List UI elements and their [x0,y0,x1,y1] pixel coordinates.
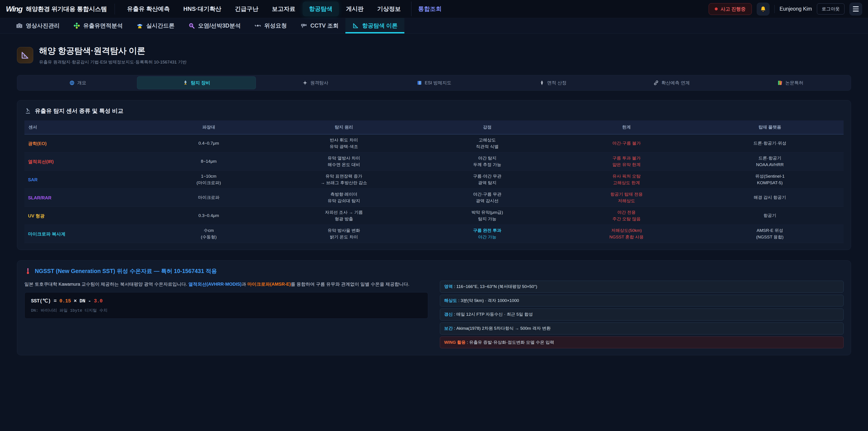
desc-text: 일본 토호쿠대학 Kawamura 교수팀이 제공하는 북서태평양 광역 수온자… [24,282,188,286]
desc-ir-highlight: 열적외선(AVHRR·MODIS) [188,282,242,286]
app-logo[interactable]: Wing 해양환경 위기대응 통합시스템 [6,4,115,14]
segment-원격탐사[interactable]: 원격탐사 [256,76,375,89]
spec-label: 보간 [444,326,453,331]
ruler-icon [352,22,359,29]
table-header-row: 센서파장대탐지 원리강점한계탑재 플랫폼 [24,120,844,134]
table-cell: 유막 열방사 차이해수면 온도 대비 [270,153,417,171]
table-cell: 드론·항공기·위성 [696,134,844,153]
sensor-name: SAR [24,171,147,189]
ngsst-left-column: 일본 토호쿠대학 Kawamura 교수팀이 제공하는 북서태평양 광역 수온자… [24,281,428,319]
segment-개요[interactable]: 개요 [18,76,137,89]
ngsst-title: NGSST (New Generation SST) 위성 수온자료 — 특허 … [24,267,844,275]
tab-label: 항공탐색 이론 [362,22,398,29]
table-cell: 수cm(수동형) [147,225,270,243]
nav-item-항공탐색[interactable]: 항공탐색 [303,2,339,16]
spec-item-갱신: 갱신 : 매일 12시 FTP 자동수신 · 최근 5일 합성 [440,308,844,320]
table-cell: 구름 투과 불가얇은 유막 한계 [557,153,696,171]
hamburger-icon [853,6,859,11]
tab-label: 위성요청 [264,22,287,29]
spec-item-영역: 영역 : 116~166°E, 13~63°N (북서태평양 50×50°) [440,281,844,293]
tab-CCTV 조회[interactable]: CCTV 조회 [293,18,345,33]
table-cell: 야간 전용주간 오탐 많음 [557,207,696,225]
notifications-button[interactable] [757,3,770,16]
nav-item-통합조회[interactable]: 통합조회 [411,2,448,16]
tab-영상사진관리[interactable]: 영상사진관리 [9,18,66,33]
triangle-ruler-icon [20,51,30,60]
table-cell: 항공기 [696,207,844,225]
table-cell: 0.3~0.4μm [147,207,270,225]
thermometer-icon [24,268,31,275]
nav-item-기상정보[interactable]: 기상정보 [371,2,407,16]
spec-value: : 매일 12시 FTP 자동수신 · 최근 5일 합성 [453,312,533,317]
table-cell: 저해상도(50km)NGSST 혼합 사용 [557,225,696,243]
column-header-강점: 강점 [418,120,557,134]
rocket-icon [183,80,188,86]
table-cell: 측방향 레이더유막 감쇠대 탐지 [270,189,417,207]
table-cell: 0.4~0.7μm [147,134,270,153]
microscope-icon [24,107,31,114]
sensor-row-광학(EO): 광학(EO)0.4~0.7μm반사 휘도 차이유막 광택·색조고해상도직관적 식… [24,134,844,153]
app-title: 해양환경 위기대응 통합시스템 [26,5,107,13]
tab-label: 실시간드론 [146,22,175,29]
table-cell: 마이크로파 [147,189,270,207]
wing-logo-icon: Wing [6,5,22,13]
bell-icon [760,6,767,12]
table-cell: 구름·야간 무관광역 탐지 [418,171,557,189]
puzzle-icon [73,22,80,29]
table-cell: 박막 유막(μm급)탐지 가능 [418,207,557,225]
segment-면적 산정[interactable]: 면적 산정 [493,76,612,89]
table-cell: AMSR-E 위성(NGSST 융합) [696,225,844,243]
segment-논문특허[interactable]: 논문특허 [731,76,850,89]
pen-icon [539,80,545,86]
nav-item-게시판[interactable]: 게시판 [340,2,370,16]
spec-value: : 3분(약 5km) · 격자 1000×1000 [457,298,519,303]
sensor-name: 마이크로파 복사계 [24,225,147,243]
sensor-name: 열적외선(IR) [24,153,147,171]
segment-label: 탐지 장비 [191,80,210,86]
tab-유출유면적분석[interactable]: 유출유면적분석 [66,18,129,33]
formula-operator: × DN - [71,298,94,304]
segment-label: 논문특허 [785,80,803,86]
tab-오염/선박3D분석[interactable]: 오염/선박3D분석 [181,18,248,33]
page-header: 해양 항공탐색·원격탐사 이론 유출유 원격탐지·항공감시 기법·ESI 방제정… [17,45,851,65]
menu-button[interactable] [849,3,862,16]
column-header-탑재 플랫폼: 탑재 플랫폼 [696,120,844,134]
tab-위성요청[interactable]: 위성요청 [248,18,293,33]
page-subtitle: 유출유 원격탐지·항공감시 기법·ESI 방제정보지도·등록특허 10-1567… [39,59,186,65]
ngsst-card: NGSST (New Generation SST) 위성 수온자료 — 특허 … [17,260,851,355]
table-cell: 위성(Sentinel-1KOMPSAT-5) [696,171,844,189]
bookmarks-icon [777,80,783,86]
table-cell: 고해상도직관적 식별 [418,134,557,153]
table-cell: 드론·항공기NOAA AVHRR [696,153,844,171]
sst-formula-block: SST(℃) = 0.15 × DN - 3.0 DN: 바이너리 파일 1by… [24,292,428,319]
sensor-name: UV 형광 [24,207,147,225]
logout-button[interactable]: 로그아웃 [817,3,844,14]
nav-item-HNS·대기확산[interactable]: HNS·대기확산 [177,2,228,16]
incident-status-badge[interactable]: 사고 진행중 [709,3,752,15]
ngsst-description: 일본 토호쿠대학 Kawamura 교수팀이 제공하는 북서태평양 광역 수온자… [24,281,428,288]
segment-ESI 방제지도[interactable]: ESI 방제지도 [375,76,493,89]
segment-탐지 장비[interactable]: 탐지 장비 [137,76,256,89]
main-nav: 유출유 확산예측HNS·대기확산긴급구난보고자료항공탐색게시판기상정보통합조회 [121,2,448,16]
sensor-row-마이크로파 복사계: 마이크로파 복사계수cm(수동형)유막 방사율 변화밝기 온도 차이구름 완전 … [24,225,844,243]
sensor-row-SLAR/RAR: SLAR/RAR마이크로파측방향 레이더유막 감쇠대 탐지야간·구름 무관광역 … [24,189,844,207]
sensor-name: 광학(EO) [24,134,147,153]
tab-label: 오염/선박3D분석 [198,22,241,29]
spec-value: : 유출유 증발·유상화·점도변화 모델 수온 입력 [466,340,554,345]
segment-확산예측 연계[interactable]: 확산예측 연계 [612,76,731,89]
table-cell: 1~10cm(마이크로파) [147,171,270,189]
nav-item-긴급구난[interactable]: 긴급구난 [228,2,265,16]
table-cell: 유사 픽처 오탐고해상도 한계 [557,171,696,189]
nav-item-보고자료[interactable]: 보고자료 [266,2,302,16]
divider [774,5,775,13]
table-cell: 자외선 조사 → 기름형광 방출 [270,207,417,225]
section-segmented-tabs: 개요탐지 장비원격탐사ESI 방제지도면적 산정확산예측 연계논문특허 [17,75,851,91]
tab-실시간드론[interactable]: 실시간드론 [129,18,181,33]
nav-item-유출유 확산예측[interactable]: 유출유 확산예측 [121,2,176,16]
sensor-table-title: 유출유 탐지 센서 종류 및 특성 비교 [24,107,844,115]
tab-항공탐색 이론[interactable]: 항공탐색 이론 [345,18,404,33]
spec-item-보간: 보간 : Akima(1978) 2차원 5차다항식 → 500m 격자 변환 [440,322,844,335]
desc-mw-highlight: 마이크로파(AMSR-E) [247,282,291,286]
column-header-파장대: 파장대 [147,120,270,134]
globe-icon [69,80,75,86]
